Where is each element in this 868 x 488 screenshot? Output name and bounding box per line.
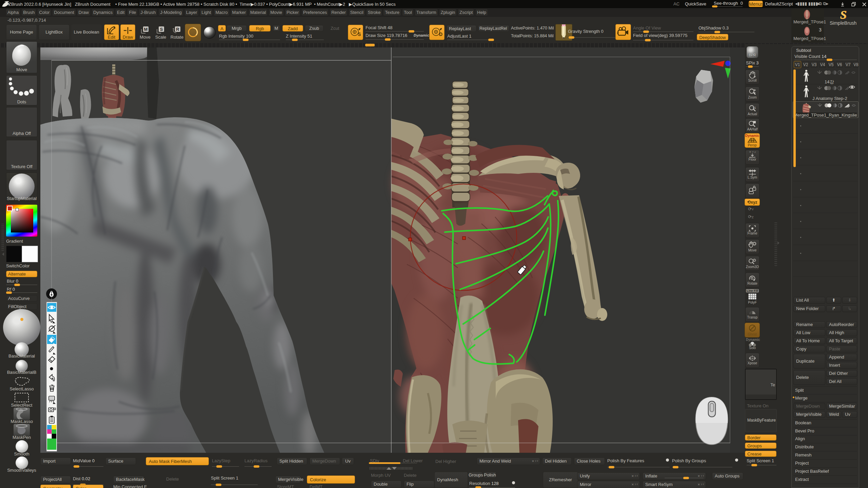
- svg-text:S: S: [840, 9, 847, 21]
- svg-text:D: D: [439, 32, 442, 37]
- svg-text:S: S: [160, 27, 163, 32]
- svg-text:M: M: [144, 27, 148, 32]
- svg-text:S: S: [358, 32, 361, 37]
- svg-text:x1: x1: [753, 106, 756, 109]
- svg-text:R: R: [176, 27, 179, 32]
